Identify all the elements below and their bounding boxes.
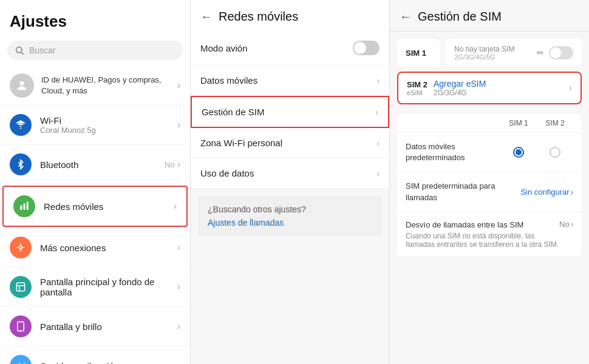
redes-title: Redes móviles: [219, 10, 298, 24]
redes-icon: [13, 195, 35, 217]
suggestion-text: ¿Buscando otros ajustes?: [208, 204, 372, 214]
wifi-icon: [10, 114, 32, 136]
account-text: ID de HUAWEI, Pagos y compras, Cloud, y …: [41, 75, 170, 96]
settings-item-mas-conexiones[interactable]: Más conexiones ›: [0, 228, 190, 268]
sim1-info: No hay tarjeta SIM 2G/3G/4G/5G ✏: [446, 39, 582, 67]
panel-redes-moviles: ← Redes móviles Modo avión Datos móviles…: [191, 0, 390, 364]
sim2-add-text: Agregar eSIM 2G/3G/4G: [434, 79, 563, 97]
pantalla-principal-chevron-icon: ›: [177, 281, 180, 292]
uso-datos-label: Uso de datos: [200, 168, 376, 178]
redes-back-button[interactable]: ←: [200, 10, 213, 24]
sim2-add-title: Agregar eSIM: [434, 79, 563, 89]
bluetooth-status: No ›: [165, 159, 180, 170]
datos-moviles-chevron-icon: ›: [376, 76, 380, 86]
gestion-sim-item[interactable]: Gestión de SIM ›: [191, 96, 389, 128]
redes-chevron-icon: ›: [174, 201, 177, 212]
sim-llamadas-row[interactable]: SIM predeterminada para llamadas Sin con…: [397, 172, 582, 212]
sim2-label: SIM 2: [407, 80, 427, 89]
svg-rect-13: [18, 322, 24, 331]
svg-point-3: [20, 127, 21, 129]
configure-chevron-icon: ›: [571, 187, 573, 197]
pantalla-brillo-chevron-icon: ›: [177, 321, 180, 332]
suggestion-box: ¿Buscando otros ajustes? Ajustes de llam…: [198, 196, 382, 236]
desvio-llamadas-row: Desvío de llamadas entre las SIM Cuando …: [397, 212, 582, 257]
sim2-chevron-icon: ›: [569, 83, 572, 93]
uso-datos-chevron-icon: ›: [376, 169, 380, 178]
modo-avion-item[interactable]: Modo avión: [191, 31, 389, 66]
modo-avion-toggle[interactable]: [353, 41, 380, 55]
bluetooth-icon: [10, 153, 32, 175]
search-bar[interactable]: Buscar: [7, 41, 183, 60]
panel-gestion-sim: ← Gestión de SIM SIM 1 No hay tarjeta SI…: [390, 0, 589, 364]
uso-datos-item[interactable]: Uso de datos ›: [191, 158, 389, 189]
settings-item-pantalla-principal[interactable]: Pantalla principal y fondo de pantalla ›: [0, 268, 190, 307]
sim-back-button[interactable]: ←: [400, 10, 412, 24]
datos-moviles-label: Datos móviles: [200, 75, 376, 86]
sim1-toggle[interactable]: [549, 46, 573, 59]
sim-cards-container: SIM 1 No hay tarjeta SIM 2G/3G/4G/5G ✏: [397, 39, 582, 67]
pantalla-brillo-label: Pantalla y brillo: [40, 322, 169, 332]
wifi-label: Wi-Fi: [40, 115, 169, 126]
settings-item-sonidos[interactable]: Sonidos y vibración ›: [0, 346, 190, 364]
desvio-llamadas-label: Desvío de llamadas entre las SIM: [406, 220, 559, 231]
sonidos-label: Sonidos y vibración: [40, 361, 169, 365]
sim-header-sim2: SIM 2: [537, 119, 573, 127]
pantalla-brillo-icon: [10, 315, 32, 337]
sim-header-sim1: SIM 1: [500, 119, 537, 127]
wifi-sublabel: Coral Munoz 5g: [40, 126, 169, 135]
sim2-sublabel: eSIM: [407, 89, 427, 96]
mas-conexiones-label: Más conexiones: [40, 243, 169, 253]
search-placeholder: Buscar: [29, 46, 56, 55]
desvio-chevron-icon: ›: [571, 220, 573, 229]
bluetooth-label: Bluetooth: [40, 160, 156, 170]
modo-avion-label: Modo avión: [200, 43, 353, 53]
svg-point-7: [19, 246, 22, 249]
sim-table-header: SIM 1 SIM 2: [397, 114, 582, 133]
settings-item-pantalla-brillo[interactable]: Pantalla y brillo ›: [0, 307, 190, 346]
sim1-tech: 2G/3G/4G/5G: [454, 53, 532, 61]
svg-line-1: [21, 52, 24, 55]
svg-rect-4: [20, 206, 22, 211]
pantalla-principal-label: Pantalla principal y fondo de pantalla: [40, 277, 169, 297]
datos-moviles-sim2-radio[interactable]: [550, 147, 560, 158]
mas-conexiones-chevron-icon: ›: [177, 242, 180, 253]
datos-moviles-sim1-cell[interactable]: [500, 147, 537, 158]
sim1-edit-icon[interactable]: ✏: [537, 48, 544, 58]
svg-rect-12: [16, 283, 25, 291]
sonidos-icon: [10, 355, 32, 364]
sim2-esim-card[interactable]: SIM 2 eSIM Agregar eSIM 2G/3G/4G ›: [397, 72, 582, 104]
sim-llamadas-label: SIM predeterminada para llamadas: [406, 181, 520, 203]
sim-title: Gestión de SIM: [418, 10, 502, 24]
suggestion-link[interactable]: Ajustes de llamadas: [208, 218, 372, 228]
datos-moviles-sim1-radio[interactable]: [513, 147, 524, 158]
settings-item-wifi[interactable]: Wi-Fi Coral Munoz 5g ›: [0, 106, 190, 145]
sim1-toggle-knob: [550, 47, 561, 58]
zona-wifi-item[interactable]: Zona Wi-Fi personal ›: [191, 128, 389, 158]
datos-moviles-item[interactable]: Datos móviles ›: [191, 66, 389, 96]
sonidos-chevron-icon: ›: [177, 360, 180, 364]
settings-item-bluetooth[interactable]: Bluetooth No ›: [0, 145, 190, 184]
datos-moviles-row: Datos móviles predeterminados: [397, 133, 582, 172]
desvio-llamadas-sublabel: Cuando una SIM no está disponible, las l…: [406, 232, 559, 249]
desvio-no-text: No: [559, 220, 570, 229]
sim1-no-card: No hay tarjeta SIM 2G/3G/4G/5G: [454, 45, 532, 61]
sim-llamadas-configure[interactable]: Sin configurar ›: [520, 187, 573, 197]
svg-rect-5: [24, 204, 26, 211]
bluetooth-chevron-icon: ›: [177, 159, 180, 170]
settings-item-redes[interactable]: Redes móviles ›: [2, 186, 188, 227]
gestion-sim-chevron-icon: ›: [375, 107, 378, 117]
mas-conexiones-icon: [10, 237, 32, 258]
zona-wifi-chevron-icon: ›: [376, 138, 380, 148]
sim2-left: SIM 2 eSIM: [407, 80, 427, 96]
account-row[interactable]: ID de HUAWEI, Pagos y compras, Cloud, y …: [0, 66, 190, 106]
sim-table: SIM 1 SIM 2 Datos móviles predeterminado…: [397, 114, 582, 257]
account-chevron-icon: ›: [177, 80, 180, 91]
search-icon: [15, 46, 24, 55]
datos-moviles-row-label: Datos móviles predeterminados: [406, 141, 500, 163]
pantalla-principal-icon: [10, 276, 32, 298]
svg-point-0: [16, 47, 22, 53]
desvio-llamadas-value[interactable]: No ›: [559, 220, 573, 229]
wifi-chevron-icon: ›: [177, 120, 180, 130]
datos-moviles-sim2-cell[interactable]: [537, 147, 573, 158]
sim2-add-sub: 2G/3G/4G: [434, 89, 563, 97]
